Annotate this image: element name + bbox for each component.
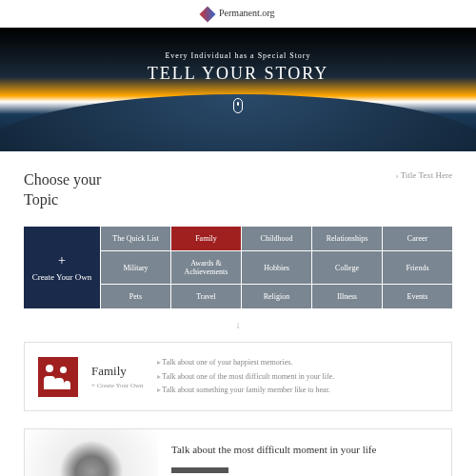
topic-travel[interactable]: Travel: [171, 285, 241, 308]
prompt-list: Talk about one of your happiest memories…: [157, 356, 439, 397]
plus-icon: +: [58, 253, 66, 268]
brand-logo-icon: [199, 6, 215, 22]
topic-family[interactable]: Family: [171, 227, 241, 250]
topic-grid: + Create Your Own The Quick List Family …: [24, 227, 452, 308]
topic-pets[interactable]: Pets: [101, 285, 170, 308]
article-card[interactable]: Talk about the most difficult moment in …: [24, 428, 452, 476]
topic-childhood[interactable]: Childhood: [242, 227, 311, 250]
article-thumbnail: [25, 429, 158, 476]
main-content: Choose your Topic › Title Text Here + Cr…: [0, 151, 476, 476]
family-icon: [38, 357, 78, 397]
selected-topic-card: Family + Create Your Own Talk about one …: [24, 342, 452, 411]
topic-name: Family: [91, 364, 144, 379]
hero-subtitle: Every Individual has a Special Story: [0, 51, 476, 60]
topic-events[interactable]: Events: [383, 285, 452, 308]
topic-career[interactable]: Career: [383, 227, 452, 250]
progress-bar: [171, 467, 228, 473]
topic-hobbies[interactable]: Hobbies: [242, 251, 311, 284]
topic-religion[interactable]: Religion: [242, 285, 311, 308]
prompt-item[interactable]: Talk about one of your happiest memories…: [157, 356, 439, 369]
hero-title: TELL YOUR STORY: [0, 64, 476, 84]
create-your-own-button[interactable]: + Create Your Own: [24, 227, 100, 308]
prompt-item[interactable]: Talk about something your family member …: [157, 384, 439, 397]
topic-military[interactable]: Military: [101, 251, 170, 284]
prompt-item[interactable]: Talk about one of the most difficult mom…: [157, 370, 439, 384]
article-title: Talk about the most difficult moment in …: [171, 443, 438, 457]
topic-quick-list[interactable]: The Quick List: [101, 227, 170, 250]
expand-arrow-icon[interactable]: ↓: [24, 320, 452, 330]
topic-create-link[interactable]: + Create Your Own: [91, 382, 144, 389]
topic-awards[interactable]: Awards & Achievements: [171, 251, 241, 284]
topic-college[interactable]: College: [312, 251, 382, 284]
brand-name[interactable]: Permanent.org: [219, 8, 274, 18]
hero-banner: Every Individual has a Special Story TEL…: [0, 28, 476, 151]
section-heading: Choose your Topic: [24, 170, 101, 210]
topic-illness[interactable]: Illness: [312, 285, 382, 308]
scroll-indicator-icon[interactable]: [233, 98, 243, 113]
site-header: Permanent.org: [0, 0, 476, 28]
topic-friends[interactable]: Friends: [383, 251, 452, 284]
topic-relationships[interactable]: Relationships: [312, 227, 382, 250]
title-text-link[interactable]: › Title Text Here: [396, 170, 452, 180]
